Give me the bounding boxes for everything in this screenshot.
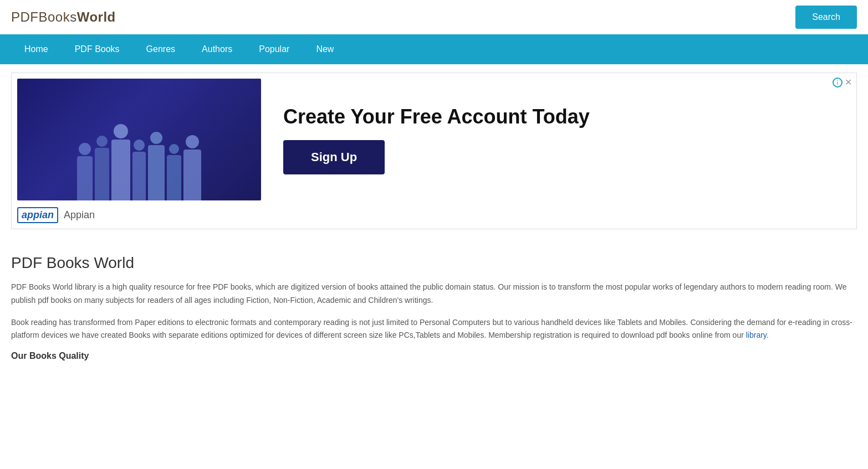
- nav-pdf-books[interactable]: PDF Books: [62, 34, 133, 64]
- para2-end: .: [767, 331, 769, 339]
- person-figure-4: [132, 140, 146, 200]
- person-figure-3: [111, 124, 130, 200]
- nav-new[interactable]: New: [303, 34, 347, 64]
- person-figure-7: [183, 135, 201, 200]
- nav-authors[interactable]: Authors: [188, 34, 246, 64]
- ad-headline: Create Your Free Account Today: [283, 105, 851, 128]
- main-nav: Home PDF Books Genres Authors Popular Ne…: [0, 34, 868, 64]
- ad-content: Create Your Free Account Today Sign Up: [17, 79, 851, 200]
- search-button[interactable]: Search: [795, 6, 857, 29]
- appian-name: Appian: [64, 209, 95, 221]
- section-heading: Our Books Quality: [11, 351, 857, 361]
- ad-banner: i ✕: [11, 73, 857, 229]
- header: PDFBooksWorld Search: [0, 0, 868, 34]
- ad-footer: appian Appian: [17, 207, 851, 223]
- main-content: PDF Books World PDF Books World library …: [0, 238, 868, 378]
- page-title: PDF Books World: [11, 254, 857, 272]
- para2-text1: Book reading has transformed from Paper …: [11, 318, 852, 340]
- nav-genres[interactable]: Genres: [133, 34, 188, 64]
- person-figure-6: [167, 144, 181, 200]
- appian-logo: appian: [17, 207, 58, 223]
- ad-info-icon[interactable]: i: [833, 78, 843, 87]
- library-link[interactable]: library: [746, 331, 767, 339]
- site-logo[interactable]: PDFBooksWorld: [11, 9, 116, 25]
- logo-part2: World: [77, 9, 116, 24]
- logo-part1: PDFBooks: [11, 9, 77, 24]
- description-para1: PDF Books World library is a high qualit…: [11, 281, 857, 307]
- person-figure-1: [77, 143, 93, 200]
- description-para2: Book reading has transformed from Paper …: [11, 316, 857, 343]
- ad-controls: i ✕: [833, 78, 852, 87]
- person-figure-2: [95, 136, 109, 200]
- signup-button[interactable]: Sign Up: [283, 140, 385, 174]
- person-figure-5: [148, 132, 165, 200]
- ad-image: [17, 79, 261, 200]
- nav-popular[interactable]: Popular: [246, 34, 303, 64]
- nav-home[interactable]: Home: [11, 34, 62, 64]
- ad-text-section: Create Your Free Account Today Sign Up: [283, 105, 851, 174]
- ad-close-icon[interactable]: ✕: [845, 78, 852, 87]
